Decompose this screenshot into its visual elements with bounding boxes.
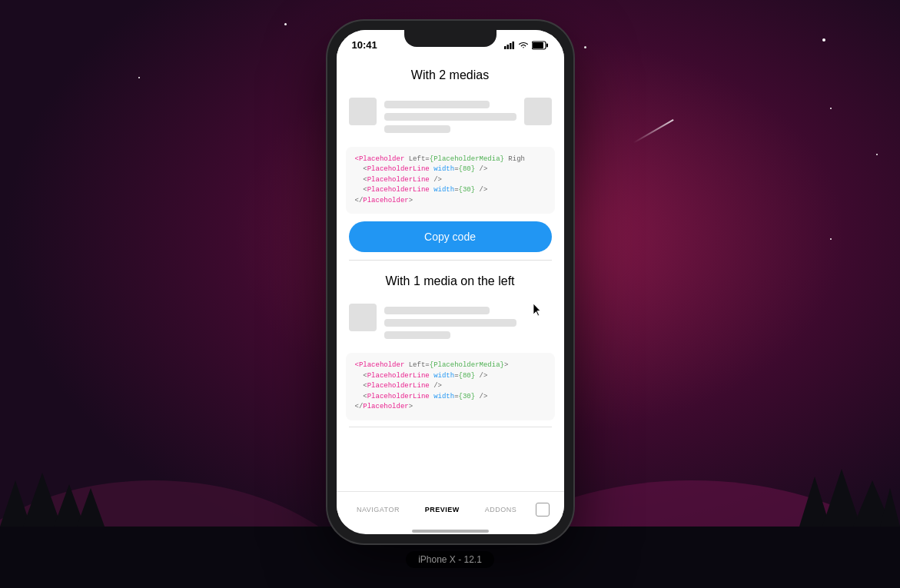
code-token: </: [355, 403, 364, 410]
code-token: <: [355, 393, 367, 400]
cursor-area: [524, 304, 552, 316]
svg-rect-15: [512, 42, 514, 49]
placeholder-lines-1: [384, 98, 516, 133]
placeholder-lines-2: [384, 304, 516, 339]
phone-label: iPhone X - 12.1: [406, 551, 494, 568]
code-token: />: [480, 165, 488, 173]
code-token: {30}: [459, 393, 476, 400]
code-token: />: [433, 382, 442, 390]
code-token: PlaceholderLine: [367, 186, 430, 194]
signal-icon: [504, 42, 515, 49]
star: [284, 23, 287, 25]
expand-icon[interactable]: [536, 503, 550, 517]
screen-content[interactable]: With 2 medias <Placeholder Left={Placeho…: [337, 58, 564, 491]
phone-frame: 10:41: [327, 21, 573, 543]
code-line: <PlaceholderLine width={80} />: [355, 164, 546, 175]
placeholder-right-media-1: [524, 98, 552, 125]
code-token: >: [409, 403, 413, 410]
code-line: </Placeholder>: [355, 196, 546, 207]
battery-icon: [532, 41, 549, 50]
ph-line: [384, 101, 490, 108]
code-token: PlaceholderLine: [367, 165, 430, 173]
star: [876, 154, 878, 155]
code-token: Left=: [409, 361, 430, 369]
placeholder-left-media-1: [349, 98, 377, 125]
ph-line: [384, 125, 450, 133]
code-token: <Placeholder: [355, 155, 405, 163]
code-token: width: [433, 186, 454, 194]
svg-rect-17: [533, 42, 543, 48]
code-token: <: [355, 372, 367, 380]
star: [830, 238, 832, 240]
code-token: Placeholder: [363, 403, 408, 410]
code-line: <PlaceholderLine width={30} />: [355, 185, 546, 196]
ph-line: [384, 307, 490, 314]
svg-rect-12: [504, 46, 506, 49]
code-token: width: [433, 165, 454, 173]
divider-1: [349, 260, 552, 261]
code-line: <Placeholder Left={PlaceholderMedia} Rig…: [355, 154, 546, 165]
code-token: <: [355, 186, 367, 194]
section2-code: <Placeholder Left={PlaceholderMedia}> <P…: [346, 353, 555, 420]
code-token: {PlaceholderMedia}: [430, 155, 504, 163]
code-line: <PlaceholderLine width={80} />: [355, 371, 546, 382]
ph-line: [384, 113, 516, 121]
phone-mockup: 10:41: [327, 21, 573, 568]
tab-preview[interactable]: PREVIEW: [419, 504, 466, 515]
svg-rect-18: [546, 43, 548, 47]
placeholder-left-media-2: [349, 304, 377, 331]
ph-line: [384, 319, 516, 327]
star: [584, 46, 586, 48]
home-indicator: [412, 530, 489, 533]
code-token: </: [355, 197, 364, 204]
code-token: <: [355, 382, 367, 390]
divider-2: [349, 427, 552, 427]
code-token: {30}: [459, 186, 476, 194]
code-token: />: [433, 176, 442, 184]
code-token: {PlaceholderMedia}: [430, 361, 504, 369]
code-line: <PlaceholderLine />: [355, 175, 546, 186]
code-token: />: [480, 393, 488, 400]
code-token: <: [355, 165, 367, 173]
code-token: >: [504, 361, 508, 369]
section2-preview: [337, 296, 564, 347]
code-token: {80}: [459, 165, 476, 173]
code-line: <Placeholder Left={PlaceholderMedia}>: [355, 360, 546, 371]
copy-code-button-1[interactable]: Copy code: [349, 221, 552, 252]
code-token: PlaceholderLine: [367, 393, 430, 400]
cursor-icon: [533, 304, 543, 316]
code-token: />: [480, 186, 488, 194]
code-token: <Placeholder: [355, 361, 405, 369]
code-token: Righ: [508, 155, 525, 163]
star: [138, 77, 140, 78]
section1-code: <Placeholder Left={PlaceholderMedia} Rig…: [346, 147, 555, 214]
code-token: PlaceholderLine: [367, 176, 430, 184]
code-token: Placeholder: [363, 197, 408, 204]
code-token: />: [480, 372, 488, 380]
phone-notch: [404, 30, 496, 47]
code-token: >: [409, 197, 413, 204]
phone-screen: 10:41: [337, 30, 564, 534]
code-token: width: [433, 372, 454, 380]
code-token: PlaceholderLine: [367, 372, 430, 380]
star: [822, 38, 825, 42]
section1-title: With 2 medias: [337, 58, 564, 90]
svg-marker-9: [822, 469, 861, 527]
code-token: {80}: [459, 372, 476, 380]
code-token: Left=: [409, 155, 430, 163]
svg-rect-13: [506, 45, 509, 49]
section2-title: With 1 media on the left: [337, 264, 564, 296]
code-token: <: [355, 176, 367, 184]
tab-bar: NAVIGATOR PREVIEW ADDONS: [337, 491, 564, 525]
section1-preview: [337, 90, 564, 141]
svg-rect-14: [510, 43, 512, 49]
wifi-icon: [518, 42, 529, 49]
code-token: width: [433, 393, 454, 400]
status-time: 10:41: [352, 39, 377, 51]
tab-navigator[interactable]: NAVIGATOR: [350, 504, 406, 515]
code-line: <PlaceholderLine />: [355, 381, 546, 392]
code-line: <PlaceholderLine width={30} />: [355, 392, 546, 403]
code-line: </Placeholder>: [355, 402, 546, 413]
ph-line: [384, 331, 450, 339]
tab-addons[interactable]: ADDONS: [479, 504, 523, 515]
